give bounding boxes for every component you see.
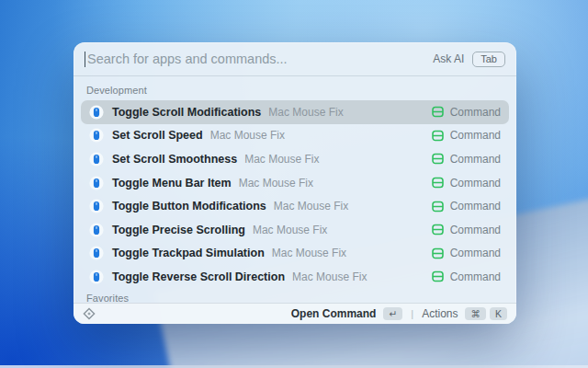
command-title: Toggle Trackpad Simulation bbox=[112, 247, 265, 259]
command-subtitle: Mac Mouse Fix bbox=[292, 270, 432, 283]
command-type-label: Command bbox=[450, 200, 501, 213]
command-row[interactable]: Toggle Trackpad Simulation Mac Mouse Fix… bbox=[81, 242, 509, 266]
command-type-label: Command bbox=[450, 270, 501, 283]
command-title: Toggle Scroll Modifications bbox=[112, 106, 261, 119]
text-caret bbox=[85, 52, 85, 67]
command-subtitle: Mac Mouse Fix bbox=[244, 153, 431, 166]
cmd-key-badge: ⌘ bbox=[465, 307, 486, 320]
command-subtitle: Mac Mouse Fix bbox=[210, 129, 432, 142]
command-type-icon bbox=[432, 177, 444, 189]
actions-label[interactable]: Actions bbox=[422, 307, 458, 320]
command-type-label: Command bbox=[450, 106, 501, 119]
mac-mouse-fix-app-icon bbox=[89, 152, 104, 167]
mac-mouse-fix-app-icon bbox=[89, 176, 104, 190]
command-subtitle: Mac Mouse Fix bbox=[274, 200, 432, 213]
command-title: Toggle Reverse Scroll Direction bbox=[112, 270, 285, 283]
command-title: Toggle Button Modifications bbox=[112, 200, 266, 213]
command-type-label: Command bbox=[450, 247, 501, 259]
ask-ai-label[interactable]: Ask AI bbox=[433, 52, 464, 65]
command-list: Development Toggle Scroll Modifications … bbox=[74, 77, 516, 303]
command-title: Toggle Precise Scrolling bbox=[112, 224, 245, 236]
command-row[interactable]: Toggle Scroll Modifications Mac Mouse Fi… bbox=[81, 100, 509, 124]
command-type-label: Command bbox=[450, 153, 501, 166]
tab-key-badge[interactable]: Tab bbox=[472, 52, 505, 67]
command-type-icon bbox=[432, 201, 444, 213]
open-command-label[interactable]: Open Command bbox=[291, 307, 377, 320]
footer-actions-area: Open Command ↵ | Actions ⌘ K bbox=[291, 307, 507, 320]
return-key-badge: ↵ bbox=[383, 307, 402, 320]
command-subtitle: Mac Mouse Fix bbox=[253, 224, 432, 236]
command-row[interactable]: Toggle Reverse Scroll Direction Mac Mous… bbox=[81, 265, 509, 289]
k-key-badge: K bbox=[490, 307, 507, 320]
command-subtitle: Mac Mouse Fix bbox=[272, 247, 432, 259]
command-accessory: Command bbox=[432, 153, 501, 166]
mac-mouse-fix-app-icon bbox=[89, 199, 104, 213]
command-type-label: Command bbox=[450, 177, 501, 190]
search-bar: Ask AI Tab bbox=[74, 42, 516, 76]
section-header: Development bbox=[74, 81, 516, 100]
command-subtitle: Mac Mouse Fix bbox=[239, 177, 432, 190]
mac-mouse-fix-app-icon bbox=[89, 128, 104, 143]
command-accessory: Command bbox=[432, 177, 501, 190]
section-header: Favorites bbox=[74, 289, 516, 303]
command-row[interactable]: Set Scroll Smoothness Mac Mouse Fix Comm… bbox=[81, 147, 509, 171]
command-accessory: Command bbox=[432, 270, 501, 283]
command-title: Set Scroll Smoothness bbox=[112, 153, 237, 166]
launcher-window: Ask AI Tab Development Toggle Scroll Mod… bbox=[74, 42, 516, 324]
command-accessory: Command bbox=[432, 247, 501, 259]
command-type-icon bbox=[432, 247, 444, 259]
command-accessory: Command bbox=[432, 129, 501, 142]
footer-divider: | bbox=[411, 308, 413, 319]
command-title: Toggle Menu Bar Item bbox=[112, 177, 232, 190]
command-row[interactable]: Toggle Menu Bar Item Mac Mouse Fix Comma… bbox=[81, 171, 509, 195]
mac-mouse-fix-app-icon bbox=[89, 223, 104, 237]
command-row[interactable]: Toggle Button Modifications Mac Mouse Fi… bbox=[81, 194, 509, 218]
command-row[interactable]: Toggle Precise Scrolling Mac Mouse Fix C… bbox=[81, 218, 509, 242]
raycast-logo-icon bbox=[83, 307, 96, 320]
actions-shortcut: ⌘ K bbox=[465, 307, 507, 320]
command-accessory: Command bbox=[432, 200, 501, 213]
mac-mouse-fix-app-icon bbox=[89, 270, 104, 284]
command-type-icon bbox=[432, 130, 444, 142]
command-type-icon bbox=[432, 224, 444, 236]
footer-bar: Open Command ↵ | Actions ⌘ K bbox=[74, 303, 516, 324]
command-type-label: Command bbox=[450, 224, 501, 236]
command-accessory: Command bbox=[432, 224, 501, 236]
command-accessory: Command bbox=[432, 106, 501, 119]
command-row[interactable]: Set Scroll Speed Mac Mouse Fix Command bbox=[81, 124, 509, 148]
command-type-icon bbox=[432, 153, 444, 165]
command-title: Set Scroll Speed bbox=[112, 129, 203, 142]
command-subtitle: Mac Mouse Fix bbox=[268, 106, 431, 119]
command-type-icon bbox=[432, 106, 444, 118]
command-type-icon bbox=[432, 270, 444, 282]
command-type-label: Command bbox=[450, 129, 501, 142]
search-input[interactable] bbox=[87, 52, 433, 66]
mac-mouse-fix-app-icon bbox=[89, 246, 104, 260]
mac-mouse-fix-app-icon bbox=[89, 105, 104, 120]
